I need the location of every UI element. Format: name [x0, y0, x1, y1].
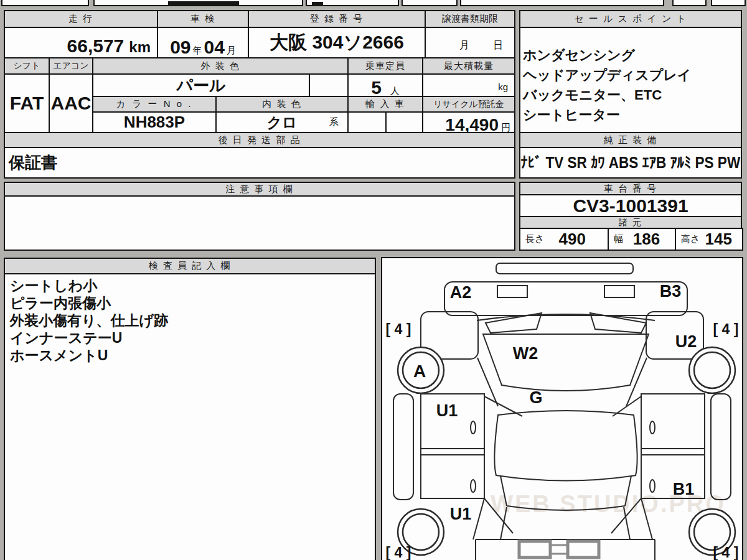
- capacity-header: 乗車定員: [347, 57, 423, 75]
- exterior-color-value: パール: [92, 73, 310, 97]
- door-handle: [650, 421, 655, 434]
- roof-rail-outline: [496, 263, 633, 274]
- car-diagram-panel: WEB STUDIO.PRO: [381, 257, 743, 560]
- clipped-cell: [1, 0, 89, 6]
- tire-depth-front-right: [ 4 ]: [713, 321, 739, 337]
- width-label: 幅: [609, 233, 623, 245]
- transfer-day-label: 日: [493, 39, 503, 52]
- specs-header: 諸 元: [519, 216, 742, 229]
- chassis-number-value: CV3-1001391: [519, 194, 742, 217]
- chassis-number-header: 車 台 番 号: [519, 182, 742, 195]
- width-value: 186: [623, 230, 675, 249]
- inspector-notes-header: 検 査 員 記 入 欄: [4, 258, 376, 274]
- inspector-note-line: ホースメントU: [10, 347, 375, 364]
- aircon-value: AAC: [49, 73, 93, 133]
- door-handle: [471, 480, 476, 492]
- later-parts-header: 後 日 発 送 部 品: [4, 132, 515, 148]
- sales-points-body: ホンダセンシング ヘッドアップディスプレイ バックモニター、ETC シートヒータ…: [519, 27, 742, 133]
- shaken-year: 09: [170, 37, 190, 58]
- tire-depth-rear-right: [ 4 ]: [713, 544, 739, 560]
- color-no-value: NH883P: [92, 111, 217, 133]
- genuine-equipment-value: ﾅﾋﾞ TV SR ｶﾜ ABS ｴｱB ｱﾙﾐ PS PW: [519, 147, 742, 179]
- length-label: 長さ: [520, 233, 544, 245]
- inspector-note-line: インナーステーU: [10, 329, 375, 347]
- interior-color-name: クロ: [266, 113, 297, 133]
- damage-label-u2: U2: [675, 332, 697, 351]
- headlight-left: [497, 286, 527, 297]
- shaken-month: 04: [204, 37, 225, 58]
- rocker-panel-left: [393, 394, 413, 500]
- sales-point-line: バックモニター、ETC: [523, 85, 741, 105]
- interior-color-suffix: 系: [329, 116, 339, 128]
- clipped-cell: [306, 0, 399, 6]
- exterior-color-header: 外 装 色: [92, 57, 349, 75]
- height-value: 145: [700, 230, 742, 249]
- length-value: 490: [544, 230, 608, 249]
- car-damage-diagram: WEB STUDIO.PRO: [382, 258, 742, 560]
- damage-label-b1: B1: [673, 480, 695, 498]
- capacity-value: 5 人: [347, 73, 423, 97]
- inspector-notes-body: シートしわ小 ピラー内張傷小 外装小傷有り、仕上げ跡 インナーステーU ホースメ…: [4, 273, 376, 560]
- clipped-cell: [711, 0, 746, 6]
- damage-label-a2: A2: [450, 283, 472, 302]
- tire-depth-rear-left: [ 4 ]: [386, 544, 411, 560]
- later-parts-value: 保証書: [4, 147, 515, 179]
- shaken-year-unit: 年: [193, 45, 202, 57]
- rocker-panel-right: [711, 394, 731, 500]
- registration-value: 大阪 304ソ2666: [248, 27, 426, 58]
- front-wheel-right-inner: [694, 352, 730, 388]
- spec-height: 高さ 145: [675, 228, 743, 251]
- damage-label-a: A: [413, 362, 426, 381]
- import-cell-left: [347, 111, 387, 133]
- front-bumper-outline: [444, 282, 687, 315]
- registration-header: 登 録 番 号: [248, 10, 426, 28]
- spec-length: 長さ 490: [519, 228, 609, 251]
- clipped-cell: [93, 0, 303, 6]
- door-belt-lines: [421, 449, 705, 455]
- inspector-note-line: 外装小傷有り、仕上げ跡: [10, 312, 375, 329]
- tire-depth-front-left: [ 4 ]: [386, 321, 411, 337]
- clipped-text-fragment: [312, 2, 323, 5]
- inspector-note-line: シートしわ小: [10, 277, 375, 294]
- clipped-text-fragment: [168, 1, 239, 5]
- max-load-header: 最大積載量: [422, 57, 515, 75]
- inspector-note-line: ピラー内張傷小: [10, 294, 375, 312]
- door-handle: [650, 480, 655, 492]
- exterior-color-extra-cell: [309, 73, 349, 97]
- shift-header: シフト: [4, 57, 50, 75]
- headlight-right: [604, 286, 634, 297]
- import-cell-right: [385, 111, 423, 133]
- shaken-month-unit: 月: [227, 45, 236, 57]
- mileage-number: 66,577: [67, 35, 125, 57]
- height-label: 高さ: [676, 233, 700, 245]
- transfer-deadline-header: 譲渡書類期限: [425, 10, 515, 28]
- shift-value: FAT: [4, 73, 50, 133]
- import-header: 輸 入 車: [347, 96, 423, 113]
- aircon-header: エアコン: [49, 57, 93, 75]
- clipped-cell: [672, 0, 707, 6]
- notes-header: 注 意 事 項 欄: [4, 182, 515, 197]
- interior-color-header: 内 装 色: [215, 96, 349, 113]
- max-load-value: kg: [422, 73, 515, 97]
- damage-label-w2: W2: [513, 344, 538, 363]
- transfer-deadline-value: 月 日: [425, 27, 515, 58]
- shaken-header: 車 検: [157, 10, 249, 28]
- equipment-codes: ﾅﾋﾞ TV SR ｶﾜ ABS ｴｱB ｱﾙﾐ PS PW: [521, 154, 741, 172]
- notes-body: [4, 195, 515, 251]
- clipped-cell: [460, 0, 664, 6]
- roof-outline: [494, 411, 637, 481]
- transfer-month-label: 月: [459, 39, 469, 52]
- mileage-header: 走 行: [4, 10, 158, 28]
- clipped-cell: [402, 0, 458, 6]
- capacity-number: 5: [371, 77, 382, 98]
- rear-bumper-notch-left: [519, 541, 550, 558]
- recycle-deposit-value: 14,490 円: [422, 111, 515, 133]
- auction-sheet: 走 行 車 検 登 録 番 号 譲渡書類期限 66,577 km 09 年 04…: [0, 0, 747, 560]
- mileage-value: 66,577 km: [4, 27, 158, 58]
- sales-points-header: セ ー ル ス ポ イ ン ト: [519, 10, 742, 28]
- sales-point-line: ホンダセンシング: [523, 45, 741, 65]
- windshield-outline: [483, 334, 649, 391]
- color-no-header: カ ラ ー N o .: [92, 96, 217, 113]
- spec-width: 幅 186: [608, 228, 676, 251]
- damage-label-g: G: [529, 388, 542, 407]
